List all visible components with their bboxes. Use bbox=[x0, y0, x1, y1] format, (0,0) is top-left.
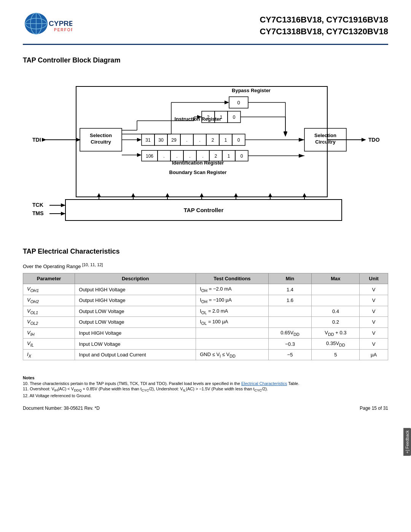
doc-number: Document Number: 38-05621 Rev. *D bbox=[23, 406, 100, 411]
svg-marker-66 bbox=[284, 131, 287, 136]
min-cell bbox=[268, 317, 312, 328]
col-header-desc: Description bbox=[75, 273, 196, 284]
max-cell bbox=[312, 295, 360, 306]
elec-title: TAP Electrical Characteristics bbox=[23, 248, 388, 256]
svg-text:1: 1 bbox=[228, 153, 230, 159]
min-cell: 1.6 bbox=[268, 295, 312, 306]
svg-marker-87 bbox=[299, 154, 304, 158]
unit-cell: μA bbox=[360, 349, 388, 360]
svg-text:106: 106 bbox=[146, 153, 153, 159]
svg-text:TDI: TDI bbox=[32, 137, 41, 143]
svg-text:29: 29 bbox=[171, 137, 177, 143]
svg-text:Circuitry: Circuitry bbox=[315, 139, 336, 145]
col-header-unit: Unit bbox=[360, 273, 388, 284]
max-cell: 0.2 bbox=[312, 317, 360, 328]
unit-cell: V bbox=[360, 328, 388, 339]
unit-cell: V bbox=[360, 284, 388, 295]
svg-text:Selection: Selection bbox=[90, 133, 112, 138]
feedback-button[interactable]: +] Feedback bbox=[403, 428, 411, 456]
svg-text:Selection: Selection bbox=[314, 133, 336, 138]
param-cell: VOH1 bbox=[23, 284, 75, 295]
svg-marker-24 bbox=[225, 101, 229, 104]
min-cell bbox=[268, 306, 312, 317]
svg-text:30: 30 bbox=[158, 137, 164, 143]
test-cell: IOL = 100 μA bbox=[196, 317, 269, 328]
svg-text:1: 1 bbox=[225, 137, 227, 143]
svg-text:.: . bbox=[176, 153, 177, 159]
col-header-min: Min bbox=[268, 273, 312, 284]
block-diagram-svg: TDI TDO Selection Circuitry Selection Ci… bbox=[23, 71, 388, 231]
svg-text:.: . bbox=[202, 153, 203, 159]
notes-title: Notes bbox=[23, 375, 388, 380]
unit-cell: V bbox=[360, 317, 388, 328]
col-header-test: Test Conditions bbox=[196, 273, 269, 284]
table-row: VIL Input LOW Voltage −0.3 0.35VDD V bbox=[23, 339, 388, 350]
desc-cell: Input and Output Load Current bbox=[75, 349, 196, 360]
notes-section: Notes 10. These characteristics pertain … bbox=[23, 375, 388, 398]
diagram-section: TAP Controller Block Diagram TDI TDO Sel… bbox=[23, 56, 388, 232]
svg-text:TMS: TMS bbox=[32, 210, 44, 216]
header-title: CY7C1316BV18, CY7C1916BV18 CY7C1318BV18,… bbox=[260, 14, 388, 38]
test-cell bbox=[196, 339, 269, 350]
cypress-logo: CYPRESS PERFORM bbox=[23, 11, 72, 40]
svg-marker-110 bbox=[303, 193, 306, 197]
desc-cell: Output LOW Voltage bbox=[75, 306, 196, 317]
min-cell: −5 bbox=[268, 349, 312, 360]
param-cell: VIH bbox=[23, 328, 75, 339]
test-cell bbox=[196, 328, 269, 339]
elec-char-link[interactable]: Electrical Characteristics bbox=[241, 381, 287, 386]
svg-text:Circuitry: Circuitry bbox=[91, 139, 111, 145]
product-title: CY7C1316BV18, CY7C1916BV18 CY7C1318BV18,… bbox=[260, 14, 388, 38]
elec-subtitle: Over the Operating Range [10, 11, 12] bbox=[23, 262, 388, 269]
svg-text:1: 1 bbox=[220, 115, 223, 120]
table-row: VOL2 Output LOW Voltage IOL = 100 μA 0.2… bbox=[23, 317, 388, 328]
elec-table: Parameter Description Test Conditions Mi… bbox=[23, 273, 388, 360]
param-cell: VOL2 bbox=[23, 317, 75, 328]
svg-rect-7 bbox=[76, 86, 327, 197]
svg-text:2: 2 bbox=[215, 153, 217, 159]
table-row: IX Input and Output Load Current GND ≤ V… bbox=[23, 349, 388, 360]
svg-marker-69 bbox=[137, 153, 142, 157]
col-header-max: Max bbox=[312, 273, 360, 284]
table-row: VOH2 Output HIGH Voltage IOH = −100 μA 1… bbox=[23, 295, 388, 306]
svg-marker-51 bbox=[299, 138, 304, 142]
header: CYPRESS PERFORM CY7C1316BV18, CY7C1916BV… bbox=[23, 11, 388, 45]
max-cell: 0.4 bbox=[312, 306, 360, 317]
svg-text:Boundary Scan Register: Boundary Scan Register bbox=[169, 169, 227, 175]
test-cell: IOH = −2.0 mA bbox=[196, 284, 269, 295]
svg-text:TAP Controller: TAP Controller bbox=[184, 207, 224, 213]
table-row: VOL1 Output LOW Voltage IOL = 2.0 mA 0.4… bbox=[23, 306, 388, 317]
desc-cell: Output LOW Voltage bbox=[75, 317, 196, 328]
svg-text:.: . bbox=[163, 153, 164, 159]
max-cell: 5 bbox=[312, 349, 360, 360]
note-10: 10. These characteristics pertain to the… bbox=[23, 381, 388, 386]
page-number: Page 15 of 31 bbox=[360, 406, 388, 411]
svg-marker-106 bbox=[234, 193, 238, 197]
param-cell: VOH2 bbox=[23, 295, 75, 306]
svg-text:31: 31 bbox=[145, 137, 151, 143]
svg-marker-13 bbox=[362, 138, 366, 142]
diagram-title: TAP Controller Block Diagram bbox=[23, 56, 388, 64]
svg-text:0: 0 bbox=[237, 100, 240, 105]
desc-cell: Input HIGH Voltage bbox=[75, 328, 196, 339]
table-row: VIH Input HIGH Voltage 0.65VDD VDD + 0.3… bbox=[23, 328, 388, 339]
unit-cell: V bbox=[360, 295, 388, 306]
note-11: 11. Overshoot: VIH(AC) < VDDQ + 0.85V (P… bbox=[23, 387, 388, 392]
max-cell: VDD + 0.3 bbox=[312, 328, 360, 339]
svg-text:.: . bbox=[186, 137, 187, 143]
svg-marker-102 bbox=[166, 193, 169, 197]
col-header-param: Parameter bbox=[23, 273, 75, 284]
min-cell: −0.3 bbox=[268, 339, 312, 350]
param-cell: VOL1 bbox=[23, 306, 75, 317]
max-cell: 0.35VDD bbox=[312, 339, 360, 350]
svg-text:0: 0 bbox=[237, 137, 240, 143]
svg-marker-108 bbox=[268, 193, 272, 197]
table-row: VOH1 Output HIGH Voltage IOH = −2.0 mA 1… bbox=[23, 284, 388, 295]
test-cell: GND ≤ VI ≤ VDD bbox=[196, 349, 269, 360]
footer: Document Number: 38-05621 Rev. *D Page 1… bbox=[23, 406, 388, 411]
svg-text:CYPRESS: CYPRESS bbox=[49, 19, 72, 27]
svg-text:Bypass Register: Bypass Register bbox=[232, 88, 271, 93]
logo-area: CYPRESS PERFORM bbox=[23, 11, 72, 40]
min-cell: 1.4 bbox=[268, 284, 312, 295]
svg-text:2: 2 bbox=[207, 115, 210, 120]
